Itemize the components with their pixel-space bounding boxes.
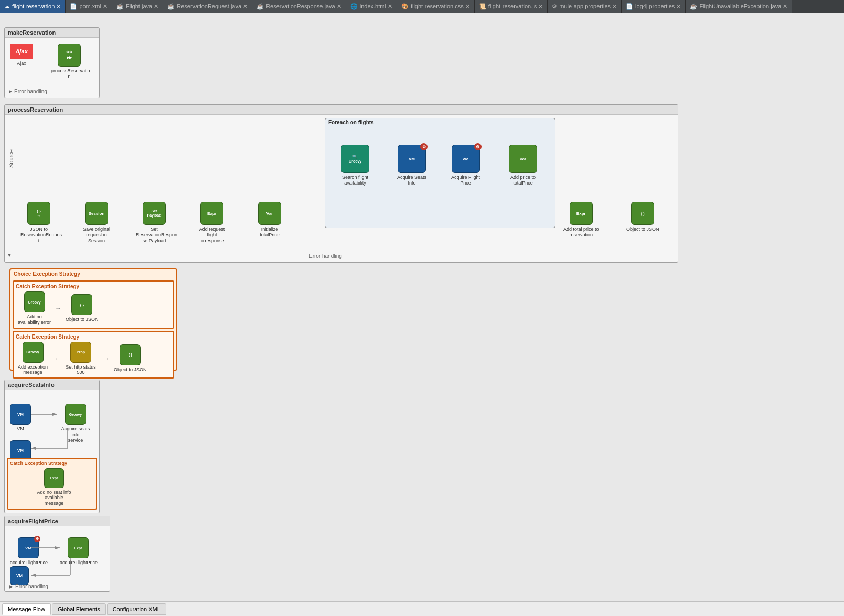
acquire-flight-vm-icon: VM ⚙ xyxy=(18,537,39,558)
catch-exception-2: Catch Exception Strategy Groovy Add exce… xyxy=(13,331,174,379)
acquire-flight-price-node[interactable]: VM ⚙ Acquire FlightPrice xyxy=(451,145,480,186)
add-request-flight-icon: Expr xyxy=(200,202,223,225)
add-no-seat-info-node[interactable]: Expr Add no seat infoavailable message xyxy=(12,468,96,506)
initialize-total-price-node[interactable]: Var Initialize totalPrice xyxy=(251,202,288,238)
acquire-flight-expr-node[interactable]: Expr acquireFlightPrice xyxy=(60,537,97,566)
add-request-flight-label: Add request flightto response xyxy=(194,226,230,243)
process-reservation-error-label: Error handling xyxy=(309,253,342,259)
object-to-json-2-node[interactable]: { } Object to JSON xyxy=(114,344,147,373)
initialize-total-price-label: Initialize totalPrice xyxy=(251,226,288,238)
add-no-availability-icon: Groovy xyxy=(24,291,45,312)
add-price-node[interactable]: Var Add price tototalPrice xyxy=(509,145,537,186)
vm-in-node[interactable]: VM VM xyxy=(10,404,31,432)
process-reservation-icon: ⚙⚙ ▶▶ xyxy=(58,44,81,67)
process-reservation-node[interactable]: ⚙⚙ ▶▶ processReservation xyxy=(51,44,88,80)
tab-flight-js[interactable]: 📜 flight-reservation.js ✕ xyxy=(475,0,548,13)
foreach-title: Foreach on flights xyxy=(325,118,555,126)
acquire-seats-groovy-label: Acquire seats infoservice xyxy=(57,426,94,443)
choice-exception-title: Choice Exception Strategy xyxy=(10,269,176,278)
tab-configuration-xml[interactable]: Configuration XML xyxy=(107,603,166,615)
acquire-seats-info-node[interactable]: VM ⚙ Acquire Seats Info xyxy=(393,145,430,186)
catch-2-arrow-1: → xyxy=(52,355,58,362)
acquire-flight-vm-label: acquireFlightPrice xyxy=(10,560,47,566)
object-to-json-process-icon: { } xyxy=(631,202,654,225)
vm-out-node[interactable]: VM xyxy=(10,566,29,585)
set-payload-node[interactable]: SetPayload SetReservationResponse Payloa… xyxy=(136,202,173,243)
tab-reservation-response[interactable]: ☕ ReservationResponse.java ✕ xyxy=(252,0,346,13)
add-no-seat-info-label: Add no seat infoavailable message xyxy=(36,490,72,506)
process-reservation-title: processReservation xyxy=(5,105,678,115)
object-to-json-1-label: Object to JSON xyxy=(66,317,99,322)
tab-global-elements[interactable]: Global Elements xyxy=(52,603,106,615)
tab-flight-reservation[interactable]: ☁ flight-reservation ✕ xyxy=(0,0,66,13)
tab-icon: 📜 xyxy=(479,3,486,10)
object-to-json-process-node[interactable]: { } Object to JSON xyxy=(626,202,659,232)
json-to-reservation-node[interactable]: { }→ JSON toReservationRequest xyxy=(20,202,57,243)
tab-flight-exception[interactable]: ☕ FlightUnavailableException.java ✕ xyxy=(686,0,792,13)
acquire-seats-label: Acquire Seats Info xyxy=(393,175,430,186)
acquire-flight-price-icon: VM ⚙ xyxy=(452,145,480,173)
object-to-json-2-icon: { } xyxy=(120,344,141,365)
process-reservation-label: processReservation xyxy=(51,68,88,80)
catch-2-title: Catch Exception Strategy xyxy=(16,334,171,340)
catch-1-arrow: → xyxy=(55,305,61,312)
choice-exception-strategy: Choice Exception Strategy Catch Exceptio… xyxy=(9,268,177,371)
tab-icon: ☁ xyxy=(4,3,10,10)
error-expand-arrow[interactable]: ▼ xyxy=(7,252,12,258)
tab-reservation-request[interactable]: ☕ ReservationRequest.java ✕ xyxy=(163,0,252,13)
set-http-status-node[interactable]: Prop Set http status 500 xyxy=(62,342,99,376)
acquire-seats-groovy-node[interactable]: Groovy Acquire seats infoservice xyxy=(57,404,94,443)
tab-flight-java[interactable]: ☕ Flight.java ✕ xyxy=(112,0,163,13)
add-no-seat-info-icon: Expr xyxy=(44,468,64,488)
tab-flight-css[interactable]: 🎨 flight-reservation.css ✕ xyxy=(397,0,475,13)
vm-in-label: VM xyxy=(17,426,24,432)
tab-icon: 🌐 xyxy=(350,3,358,10)
acquire-seats-catch-title: Catch Exception Strategy xyxy=(10,461,94,466)
add-no-availability-node[interactable]: Groovy Add noavailability error xyxy=(18,291,51,326)
bottom-tab-bar: Message Flow Global Elements Configurati… xyxy=(0,601,844,616)
tab-bar: ☁ flight-reservation ✕ 📄 pom.xml ✕ ☕ Fli… xyxy=(0,0,844,13)
json-to-reservation-label: JSON toReservationRequest xyxy=(20,226,57,243)
object-to-json-1-node[interactable]: { } Object to JSON xyxy=(66,294,99,322)
tab-icon: ☕ xyxy=(167,3,175,10)
search-flight-node[interactable]: 🔍Groovy Search flightavailability xyxy=(341,145,369,186)
tab-icon: ⚙ xyxy=(552,3,557,10)
tab-icon: ☕ xyxy=(116,3,124,10)
ajax-icon: Ajax xyxy=(10,44,33,59)
tab-pom-xml[interactable]: 📄 pom.xml ✕ xyxy=(66,0,112,13)
acquire-flight-price-title: acquireFlightPrice xyxy=(5,516,110,526)
tab-index-html[interactable]: 🌐 index.html ✕ xyxy=(346,0,397,13)
add-price-label: Add price tototalPrice xyxy=(510,175,536,186)
set-http-status-label: Set http status 500 xyxy=(62,364,99,376)
tab-log4j[interactable]: 📄 log4j.properties ✕ xyxy=(622,0,686,13)
acquire-flight-vm-node[interactable]: VM ⚙ acquireFlightPrice xyxy=(10,537,47,566)
save-original-node[interactable]: Session Save originalrequest in Session xyxy=(78,202,115,243)
acquire-flight-price-badge: ⚙ xyxy=(474,143,482,150)
add-total-price-node[interactable]: Expr Add total price toreservation xyxy=(563,202,599,238)
acquire-seats-info-flow: acquireSeatsInfo VM VM Groovy Acquire se… xyxy=(4,380,100,513)
object-to-json-1-icon: { } xyxy=(71,294,92,315)
acquire-seats-info-title: acquireSeatsInfo xyxy=(5,380,99,390)
make-reservation-title: makeReservation xyxy=(5,28,99,38)
search-flight-icon: 🔍Groovy xyxy=(341,145,369,173)
acquire-seats-catch: Catch Exception Strategy Expr Add no sea… xyxy=(7,458,97,510)
search-flight-label: Search flightavailability xyxy=(342,175,368,186)
set-payload-icon: SetPayload xyxy=(143,202,166,225)
save-original-label: Save originalrequest in Session xyxy=(78,226,115,243)
tab-message-flow[interactable]: Message Flow xyxy=(2,603,51,615)
catch-2-arrow-2: → xyxy=(103,355,110,362)
object-to-json-process-label: Object to JSON xyxy=(626,226,659,232)
add-exception-message-node[interactable]: Groovy Add exceptionmessage xyxy=(18,342,48,376)
tab-icon: 📄 xyxy=(626,3,633,10)
acquire-flight-price-flow: acquireFlightPrice VM ⚙ acquireFlightPri… xyxy=(4,516,110,592)
json-to-reservation-icon: { }→ xyxy=(27,202,50,225)
acquire-seats-groovy-icon: Groovy xyxy=(65,404,86,425)
add-no-availability-label: Add noavailability error xyxy=(18,314,51,326)
add-price-icon: Var xyxy=(509,145,537,173)
canvas-inner: makeReservation Ajax Ajax ⚙⚙ ▶▶ processR… xyxy=(0,13,844,601)
set-http-status-icon: Prop xyxy=(70,342,91,363)
catch-1-title: Catch Exception Strategy xyxy=(16,284,171,289)
ajax-node[interactable]: Ajax Ajax xyxy=(10,44,33,67)
tab-mule-props[interactable]: ⚙ mule-app.properties ✕ xyxy=(548,0,622,13)
add-request-flight-node[interactable]: Expr Add request flightto response xyxy=(194,202,230,243)
